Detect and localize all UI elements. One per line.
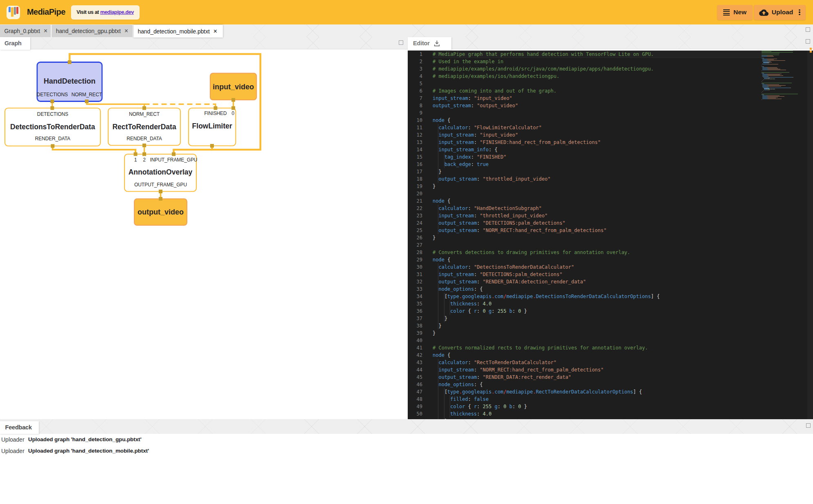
code-line: # MediaPipe graph that performs hand det… <box>433 51 762 58</box>
app-header: MediaPipe Visit us at mediapipe.dev New … <box>0 0 813 24</box>
line-number: 6 <box>408 87 433 95</box>
indent-guide <box>433 403 438 410</box>
line-number: 48 <box>408 396 433 403</box>
upload-button-label: Upload <box>772 9 793 16</box>
code-line: } <box>433 183 762 190</box>
logo-bar-red <box>16 7 18 14</box>
connector-dot <box>231 98 235 102</box>
connector-dot <box>51 144 55 148</box>
maximize-editor-panel-button[interactable] <box>806 39 810 44</box>
indent-guide <box>433 175 438 183</box>
port-label: 2 <box>143 157 146 163</box>
download-icon[interactable] <box>433 40 440 47</box>
code-line: input_stream: "throttled_input_video" <box>433 212 762 219</box>
close-tab-icon[interactable]: × <box>213 29 217 34</box>
code-line: calculator: "HandDetectionSubgraph" <box>433 205 762 212</box>
line-number: 40 <box>408 337 433 344</box>
graph-canvas[interactable]: HandDetection DETECTIONS NORM_RECT input… <box>0 49 406 419</box>
line-number: 47 <box>408 388 433 396</box>
indent-guide <box>438 161 444 168</box>
node-AnnotationOverlay[interactable]: 1 2 INPUT_FRAME_GPU AnnotationOverlay OU… <box>124 154 197 192</box>
file-tab-hand_detection_gpu.pbtxt[interactable]: hand_detection_gpu.pbtxt× <box>52 25 133 37</box>
file-tab-hand_detection_mobile.pbtxt[interactable]: hand_detection_mobile.pbtxt× <box>133 25 223 38</box>
upload-menu-kebab-icon[interactable] <box>799 9 800 15</box>
feedback-source: Uploader <box>0 436 28 443</box>
code-line: node { <box>433 117 762 124</box>
close-tab-icon[interactable]: × <box>124 28 128 34</box>
code-line: node { <box>433 197 762 205</box>
line-number: 26 <box>408 234 433 241</box>
code-line: thickness: 4.0 <box>433 300 762 307</box>
code-lines[interactable]: # MediaPipe graph that performs hand det… <box>433 51 762 420</box>
indent-guide <box>433 307 438 315</box>
file-tab-label: Graph_0.pbtxt <box>4 28 40 34</box>
indent-guide <box>438 388 444 396</box>
code-line: node_options: { <box>433 381 762 388</box>
line-number: 41 <box>408 344 433 351</box>
port-label: RENDER_DATA <box>35 135 71 141</box>
file-tab-Graph_0.pbtxt[interactable]: Graph_0.pbtxt× <box>0 25 51 37</box>
indent-guide <box>433 322 438 329</box>
node-title: RectToRenderData <box>112 123 176 131</box>
indent-guide <box>433 271 438 278</box>
edge-flowlimiter-to-annotationoverlay <box>174 150 212 154</box>
indent-guide <box>438 307 444 315</box>
feedback-row: UploaderUploaded graph 'hand_detection_g… <box>0 434 813 445</box>
indent-guide <box>438 153 444 161</box>
code-line <box>433 80 762 87</box>
code-line: node_options: { <box>433 285 762 293</box>
editor-scrollbar[interactable] <box>807 51 813 420</box>
tab-graph[interactable]: Graph <box>0 37 30 50</box>
port-label: FINISHED <box>204 111 227 116</box>
file-tab-label: hand_detection_mobile.pbtxt <box>138 28 210 35</box>
tab-feedback[interactable]: Feedback <box>0 421 39 434</box>
code-line: } <box>433 315 762 322</box>
minimap[interactable] <box>762 51 807 420</box>
new-button[interactable]: New <box>717 5 753 20</box>
line-number: 35 <box>408 300 433 307</box>
upload-button[interactable]: Upload <box>754 5 806 20</box>
tab-editor[interactable]: Editor <box>408 37 451 50</box>
line-number: 32 <box>408 278 433 285</box>
line-number: 42 <box>408 351 433 359</box>
maximize-feedback-panel-button[interactable] <box>806 423 811 428</box>
indent-guide <box>433 263 438 271</box>
indent-guide <box>444 300 450 307</box>
connector-dot <box>159 197 162 201</box>
visit-us-text: Visit us at <box>77 9 100 15</box>
node-output-video[interactable]: output_video <box>134 199 187 225</box>
logo-bar-blue <box>9 7 11 12</box>
maximize-graph-panel-button[interactable] <box>399 40 403 45</box>
feedback-band: Feedback <box>0 419 813 434</box>
node-DetectionsToRenderData[interactable]: DETECTIONS DetectionsToRenderData RENDER… <box>5 108 100 146</box>
line-number: 10 <box>408 117 433 124</box>
visit-us-pill[interactable]: Visit us at mediapipe.dev <box>71 5 140 20</box>
indent-guide <box>438 396 444 403</box>
line-number: 15 <box>408 153 433 161</box>
feedback-message: Uploaded graph 'hand_detection_mobile.pb… <box>28 448 149 454</box>
new-graph-icon <box>723 9 730 15</box>
close-tab-icon[interactable]: × <box>44 28 47 34</box>
connector-dot <box>231 106 235 110</box>
connector-dot <box>68 60 71 64</box>
line-number: 17 <box>408 168 433 175</box>
port-label: 1 <box>134 157 137 163</box>
indent-guide <box>433 124 438 131</box>
indent-guide <box>433 293 438 300</box>
mediapipe-dev-link[interactable]: mediapipe.dev <box>100 9 133 15</box>
line-number: 22 <box>408 205 433 212</box>
node-input-video[interactable]: input_video <box>210 73 257 100</box>
node-FlowLimiter[interactable]: FINISHED 0 FlowLimiter <box>189 108 236 146</box>
code-line: color { r: 0 g: 255 b: 0 } <box>433 307 762 315</box>
node-RectToRenderData[interactable]: NORM_RECT RectToRenderData RENDER_DATA <box>108 108 180 146</box>
maximize-tabstrip-button[interactable] <box>806 27 810 32</box>
line-number: 30 <box>408 263 433 271</box>
code-line: } <box>433 234 762 241</box>
code-editor[interactable]: 1234567891011121314151617181920212223242… <box>408 51 813 420</box>
indent-guide <box>433 278 438 285</box>
edge-backedge-normrect-to-flowlimiter <box>144 104 216 108</box>
code-line: color { r: 255 g: 0 b: 0 } <box>433 403 762 410</box>
code-line: output_stream: "throttled_input_video" <box>433 175 762 183</box>
indent-guide <box>438 410 444 418</box>
node-HandDetection[interactable]: HandDetection DETECTIONS NORM_RECT <box>37 62 102 101</box>
